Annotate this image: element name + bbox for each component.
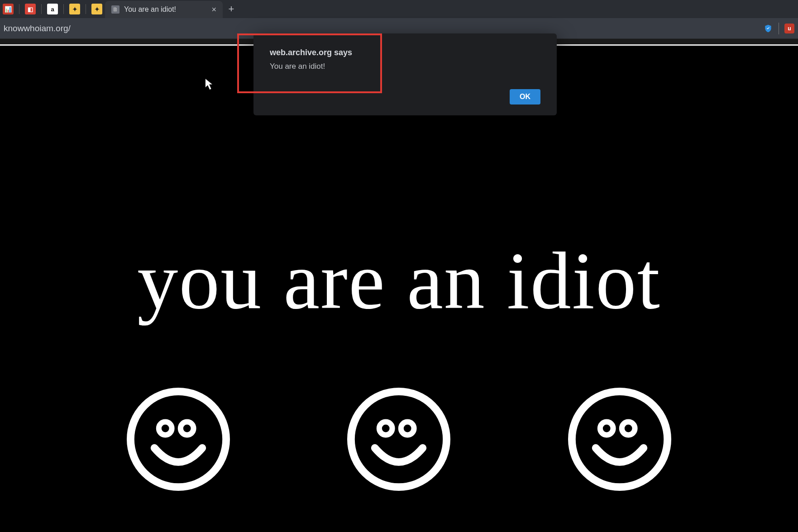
smiley-face-icon: [565, 385, 674, 495]
svg-point-7: [600, 422, 613, 435]
new-tab-button[interactable]: +: [223, 0, 240, 18]
svg-point-4: [379, 422, 392, 435]
smiley-face-icon: [344, 385, 453, 495]
pinned-tab-icon[interactable]: 📊: [3, 4, 14, 14]
pinned-tab-icon[interactable]: ✦: [69, 4, 80, 14]
alert-message: You are an idiot!: [270, 62, 540, 71]
alert-title: web.archive.org says: [270, 48, 540, 57]
svg-point-5: [401, 422, 414, 435]
page-headline: you are an idiot: [0, 240, 798, 322]
tab-title: You are an idiot!: [124, 5, 176, 14]
svg-point-1: [159, 422, 172, 435]
browser-tabstrip: 📊 ◧ a ✦ ✦ 🗎 You are an idiot! × +: [0, 0, 798, 18]
divider: [63, 4, 64, 14]
svg-point-6: [572, 391, 668, 487]
svg-point-2: [181, 422, 194, 435]
svg-point-0: [130, 391, 226, 487]
toolbar-right: u: [763, 23, 794, 34]
alert-actions: OK: [270, 89, 540, 104]
alert-ok-button[interactable]: OK: [510, 89, 540, 104]
svg-point-3: [351, 391, 447, 487]
svg-point-8: [622, 422, 635, 435]
page-content: you are an idiot: [0, 44, 798, 532]
pinned-tab-icon[interactable]: a: [47, 4, 58, 14]
js-alert-dialog: web.archive.org says You are an idiot! O…: [253, 33, 557, 115]
pinned-tab-icon[interactable]: ✦: [91, 4, 102, 14]
divider: [19, 4, 19, 14]
smiley-face-icon: [124, 385, 233, 495]
shield-check-icon[interactable]: [763, 24, 773, 33]
smiley-row: [0, 385, 798, 495]
pinned-tab-icon[interactable]: ◧: [25, 4, 36, 14]
divider: [779, 23, 779, 34]
divider: [41, 4, 42, 14]
pinned-favicons: 📊 ◧ a ✦ ✦: [0, 0, 105, 18]
extension-badge-icon[interactable]: u: [784, 24, 794, 33]
page-favicon-icon: 🗎: [111, 5, 119, 14]
active-tab[interactable]: 🗎 You are an idiot! ×: [105, 1, 223, 18]
close-tab-button[interactable]: ×: [211, 5, 216, 14]
url-text[interactable]: knowwhoiam.org/: [4, 24, 71, 33]
divider: [86, 4, 86, 14]
